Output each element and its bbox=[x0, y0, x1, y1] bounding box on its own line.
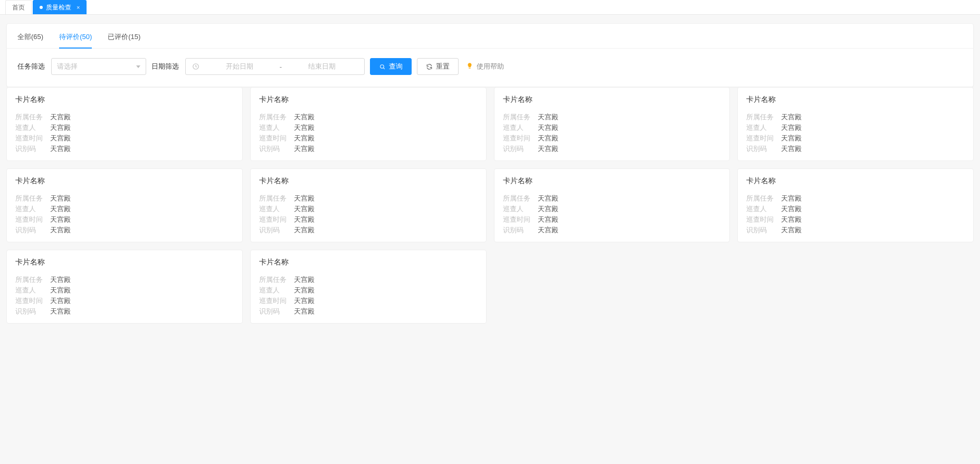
tab-pending[interactable]: 待评价(50) bbox=[59, 32, 92, 48]
card-key: 所属任务 bbox=[15, 193, 47, 204]
card-title: 卡片名称 bbox=[15, 258, 234, 267]
card-row-time: 巡查时间天宫殿 bbox=[259, 296, 478, 306]
card-value: 天宫殿 bbox=[294, 133, 315, 144]
card-row-inspector: 巡查人天宫殿 bbox=[15, 122, 234, 133]
card-row-inspector: 巡查人天宫殿 bbox=[15, 204, 234, 214]
card-key: 所属任务 bbox=[15, 274, 47, 285]
card-key: 识别码 bbox=[259, 306, 291, 317]
card-key: 巡查时间 bbox=[15, 133, 47, 144]
card-key: 识别码 bbox=[259, 225, 291, 235]
card[interactable]: 卡片名称所属任务天宫殿巡查人天宫殿巡查时间天宫殿识别码天宫殿 bbox=[250, 168, 487, 242]
card-row-inspector: 巡查人天宫殿 bbox=[503, 204, 721, 214]
page-tab-0[interactable]: 首页 bbox=[5, 0, 32, 14]
card-row-inspector: 巡查人天宫殿 bbox=[259, 285, 478, 296]
page-tab-1[interactable]: 质量检查× bbox=[33, 0, 87, 14]
card-value: 天宫殿 bbox=[294, 225, 315, 235]
date-start-placeholder: 开始日期 bbox=[204, 62, 275, 71]
card[interactable]: 卡片名称所属任务天宫殿巡查人天宫殿巡查时间天宫殿识别码天宫殿 bbox=[6, 168, 243, 242]
dot-icon bbox=[40, 6, 43, 9]
search-button-label: 查询 bbox=[389, 62, 403, 71]
svg-point-1 bbox=[380, 64, 384, 68]
tab-done[interactable]: 已评价(15) bbox=[108, 32, 140, 48]
card-title: 卡片名称 bbox=[259, 176, 478, 186]
task-filter-placeholder: 请选择 bbox=[57, 62, 78, 71]
card-row-inspector: 巡查人天宫殿 bbox=[746, 122, 965, 133]
reset-button[interactable]: 重置 bbox=[417, 58, 459, 75]
search-button[interactable]: 查询 bbox=[370, 58, 412, 75]
clock-icon bbox=[192, 63, 199, 70]
card-row-task: 所属任务天宫殿 bbox=[259, 112, 478, 122]
card-row-task: 所属任务天宫殿 bbox=[15, 112, 234, 122]
card-key: 巡查人 bbox=[259, 122, 291, 133]
chevron-down-icon bbox=[136, 65, 140, 68]
card-key: 所属任务 bbox=[746, 193, 778, 204]
card-title: 卡片名称 bbox=[15, 95, 234, 105]
card-row-time: 巡查时间天宫殿 bbox=[746, 133, 965, 144]
card[interactable]: 卡片名称所属任务天宫殿巡查人天宫殿巡查时间天宫殿识别码天宫殿 bbox=[6, 250, 243, 324]
filter-bar: 任务筛选 请选择 日期筛选 开始日期 - 结束日期 查询 重置 bbox=[7, 49, 973, 87]
card-value: 天宫殿 bbox=[781, 144, 802, 154]
card[interactable]: 卡片名称所属任务天宫殿巡查人天宫殿巡查时间天宫殿识别码天宫殿 bbox=[494, 87, 730, 161]
card-value: 天宫殿 bbox=[781, 193, 802, 204]
card-value: 天宫殿 bbox=[781, 112, 802, 122]
card-value: 天宫殿 bbox=[294, 214, 315, 225]
card-row-task: 所属任务天宫殿 bbox=[746, 193, 965, 204]
page-tab-label: 质量检查 bbox=[46, 3, 71, 12]
card-key: 巡查时间 bbox=[259, 214, 291, 225]
card-key: 所属任务 bbox=[259, 112, 291, 122]
card-row-task: 所属任务天宫殿 bbox=[503, 193, 721, 204]
date-end-placeholder: 结束日期 bbox=[286, 62, 358, 71]
card-key: 巡查人 bbox=[259, 204, 291, 214]
card[interactable]: 卡片名称所属任务天宫殿巡查人天宫殿巡查时间天宫殿识别码天宫殿 bbox=[250, 250, 487, 324]
card-row-task: 所属任务天宫殿 bbox=[746, 112, 965, 122]
help-link-label: 使用帮助 bbox=[477, 62, 504, 71]
card-value: 天宫殿 bbox=[50, 214, 71, 225]
card-key: 识别码 bbox=[746, 225, 778, 235]
card[interactable]: 卡片名称所属任务天宫殿巡查人天宫殿巡查时间天宫殿识别码天宫殿 bbox=[737, 168, 974, 242]
card-row-inspector: 巡查人天宫殿 bbox=[503, 122, 721, 133]
card-row-time: 巡查时间天宫殿 bbox=[259, 133, 478, 144]
card-row-time: 巡查时间天宫殿 bbox=[15, 296, 234, 306]
card-row-inspector: 巡查人天宫殿 bbox=[259, 122, 478, 133]
card-row-task: 所属任务天宫殿 bbox=[259, 274, 478, 285]
card-key: 识别码 bbox=[259, 144, 291, 154]
tab-all[interactable]: 全部(65) bbox=[17, 32, 43, 48]
card[interactable]: 卡片名称所属任务天宫殿巡查人天宫殿巡查时间天宫殿识别码天宫殿 bbox=[494, 168, 730, 242]
card-key: 巡查时间 bbox=[503, 214, 535, 225]
date-range-picker[interactable]: 开始日期 - 结束日期 bbox=[185, 58, 365, 75]
card-row-time: 巡查时间天宫殿 bbox=[15, 214, 234, 225]
card-value: 天宫殿 bbox=[50, 306, 71, 317]
card[interactable]: 卡片名称所属任务天宫殿巡查人天宫殿巡查时间天宫殿识别码天宫殿 bbox=[737, 87, 974, 161]
card-key: 所属任务 bbox=[503, 112, 535, 122]
card-row-inspector: 巡查人天宫殿 bbox=[259, 204, 478, 214]
card-value: 天宫殿 bbox=[781, 133, 802, 144]
card-value: 天宫殿 bbox=[50, 122, 71, 133]
task-filter-label: 任务筛选 bbox=[17, 62, 45, 71]
card-title: 卡片名称 bbox=[503, 95, 721, 105]
task-filter-select[interactable]: 请选择 bbox=[51, 58, 146, 75]
card-value: 天宫殿 bbox=[294, 296, 315, 306]
card-title: 卡片名称 bbox=[746, 176, 965, 186]
card-key: 巡查人 bbox=[746, 122, 778, 133]
card-value: 天宫殿 bbox=[781, 225, 802, 235]
card-key: 巡查人 bbox=[503, 204, 535, 214]
card-row-code: 识别码天宫殿 bbox=[503, 225, 721, 235]
card-row-inspector: 巡查人天宫殿 bbox=[746, 204, 965, 214]
card-row-task: 所属任务天宫殿 bbox=[15, 274, 234, 285]
close-icon[interactable]: × bbox=[77, 4, 80, 11]
card-value: 天宫殿 bbox=[294, 285, 315, 296]
card-key: 巡查时间 bbox=[259, 296, 291, 306]
card-value: 天宫殿 bbox=[50, 296, 71, 306]
card[interactable]: 卡片名称所属任务天宫殿巡查人天宫殿巡查时间天宫殿识别码天宫殿 bbox=[6, 87, 243, 161]
card[interactable]: 卡片名称所属任务天宫殿巡查人天宫殿巡查时间天宫殿识别码天宫殿 bbox=[250, 87, 487, 161]
card-key: 巡查人 bbox=[15, 204, 47, 214]
card-value: 天宫殿 bbox=[294, 122, 315, 133]
card-value: 天宫殿 bbox=[538, 225, 558, 235]
card-grid: 卡片名称所属任务天宫殿巡查人天宫殿巡查时间天宫殿识别码天宫殿卡片名称所属任务天宫… bbox=[0, 87, 980, 334]
card-title: 卡片名称 bbox=[746, 95, 965, 105]
card-key: 巡查人 bbox=[259, 285, 291, 296]
card-value: 天宫殿 bbox=[294, 112, 315, 122]
card-value: 天宫殿 bbox=[294, 306, 315, 317]
help-link[interactable]: 使用帮助 bbox=[466, 62, 504, 71]
card-key: 识别码 bbox=[15, 144, 47, 154]
